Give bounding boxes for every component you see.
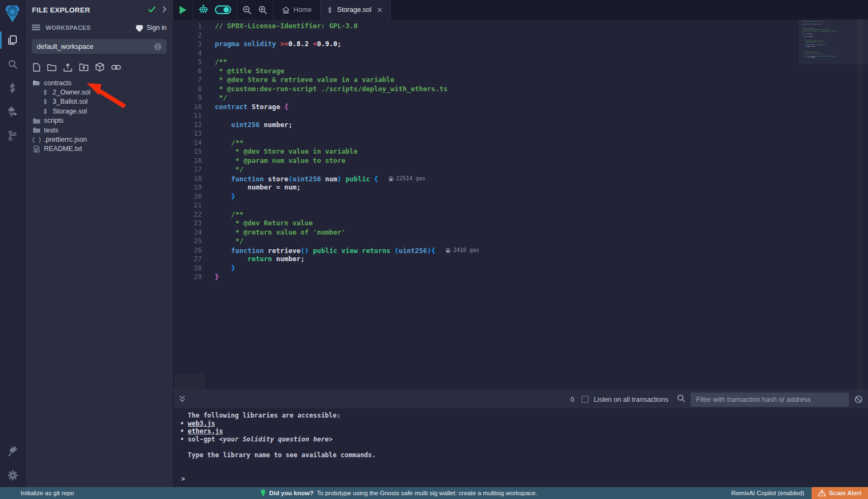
tree-item-readme-txt[interactable]: README.txt bbox=[25, 144, 173, 154]
search-icon[interactable] bbox=[0, 52, 25, 76]
tab-home[interactable]: Home bbox=[273, 0, 321, 20]
tab-close-icon[interactable]: ✕ bbox=[376, 6, 384, 14]
tree-item-storage-sol[interactable]: Storage.sol bbox=[25, 106, 173, 116]
file-explorer-panel: FILE EXPLORER WORKSPACES bbox=[25, 0, 174, 487]
terminal-header: 0 Listen on all transactions bbox=[174, 390, 868, 408]
code-line-8: * @custom:dev-run-script ./scripts/deplo… bbox=[800, 30, 839, 32]
new-file-icon[interactable] bbox=[33, 63, 40, 72]
publish-ipfs-icon[interactable] bbox=[95, 62, 104, 72]
upload-file-icon[interactable] bbox=[63, 63, 72, 72]
home-icon bbox=[282, 7, 290, 14]
minimap[interactable]: // SPDX-License-Identifier: GPL-3.0pragm… bbox=[800, 21, 839, 325]
gas-icon bbox=[446, 248, 451, 253]
code-line-8: 8 * @custom:dev-run-script ./scripts/dep… bbox=[174, 85, 868, 94]
code-line-14: 14 /** bbox=[174, 138, 868, 148]
code-line-3: 3pragma solidity >=0.8.2 <0.9.0; bbox=[174, 40, 868, 49]
copilot-toggle[interactable] bbox=[215, 5, 231, 14]
folder-icon bbox=[33, 118, 40, 124]
git-icon[interactable] bbox=[0, 124, 25, 148]
file-explorer-icon[interactable] bbox=[0, 28, 25, 52]
code-line-2: 2 bbox=[174, 31, 868, 40]
workspace-ok-check-icon bbox=[148, 5, 156, 15]
solidity-compiler-icon[interactable] bbox=[0, 76, 25, 100]
did-you-know-tip: Did you know? To prototype using the Gno… bbox=[260, 489, 537, 497]
editor-scrollbar[interactable] bbox=[857, 20, 864, 390]
terminal-line: •web3.js bbox=[180, 420, 868, 428]
tip-title: Did you know? bbox=[269, 490, 314, 496]
braces-icon: { } bbox=[33, 137, 40, 143]
terminal-prompt[interactable]: > bbox=[181, 475, 185, 483]
deploy-run-icon[interactable] bbox=[0, 100, 25, 124]
transaction-count-badge: 0 bbox=[570, 396, 574, 403]
tree-item--prettierrc-json[interactable]: { }.prettierrc.json bbox=[25, 135, 173, 144]
terminal-clear-icon[interactable] bbox=[854, 395, 863, 403]
ai-copilot-robot-icon[interactable] bbox=[199, 5, 208, 15]
code-line-20: 20 } bbox=[174, 192, 868, 201]
file-tree: contracts2_Owner.sol3_Ballot.solStorage.… bbox=[25, 78, 173, 154]
settings-gear-icon[interactable] bbox=[0, 463, 25, 487]
code-line-25: 25 */ bbox=[174, 237, 868, 246]
code-line-24: 24 * @return value of 'number' bbox=[174, 228, 868, 237]
folder-open-icon bbox=[33, 80, 40, 86]
code-line-27: 27 return number; bbox=[174, 255, 868, 264]
remix-logo-icon[interactable] bbox=[0, 0, 25, 28]
code-line-6: 6 * @title Storage bbox=[174, 67, 868, 76]
sign-in-button[interactable]: Sign in bbox=[135, 24, 167, 31]
tree-item-tests[interactable]: tests bbox=[25, 125, 173, 135]
code-line-7: 7 * @dev Store & retrieve value in a var… bbox=[174, 75, 868, 85]
transaction-filter-input[interactable] bbox=[691, 393, 849, 407]
gas-estimate: 2410 gas bbox=[446, 246, 479, 255]
listen-all-transactions-checkbox[interactable] bbox=[582, 396, 589, 403]
select-arrows-icon bbox=[154, 43, 162, 50]
tab-storage-sol[interactable]: Storage.sol ✕ bbox=[321, 0, 391, 20]
terminal-link-web3-js[interactable]: web3.js bbox=[188, 420, 215, 428]
new-folder-icon[interactable] bbox=[47, 64, 56, 71]
workspaces-menu-icon[interactable] bbox=[32, 23, 40, 33]
terminal-line: Type the library name to see available c… bbox=[180, 451, 868, 459]
upload-folder-icon[interactable] bbox=[79, 63, 88, 71]
copilot-status[interactable]: RemixAI Copilot (enabled) bbox=[724, 490, 812, 496]
solidity-icon bbox=[42, 108, 49, 115]
warning-triangle-icon bbox=[818, 490, 826, 496]
code-line-19: 19 number = num; bbox=[174, 183, 868, 192]
code-line-11: 11 bbox=[174, 111, 868, 121]
tree-item-scripts[interactable]: scripts bbox=[25, 116, 173, 125]
zoom-out-icon[interactable] bbox=[242, 5, 252, 15]
workspaces-label: WORKSPACES bbox=[46, 24, 130, 31]
code-line-21: 21 bbox=[174, 201, 868, 210]
zoom-in-icon[interactable] bbox=[258, 5, 267, 15]
code-line-4: 4 bbox=[174, 49, 868, 58]
tree-item-2-owner-sol[interactable]: 2_Owner.sol bbox=[25, 87, 173, 97]
code-line-12: 12 uint256 number; bbox=[174, 121, 868, 130]
solidity-icon bbox=[42, 98, 49, 105]
workspace-select[interactable]: default_workspace bbox=[32, 39, 167, 54]
lightbulb-icon bbox=[260, 489, 266, 497]
file-actions bbox=[25, 54, 173, 77]
file-icon bbox=[33, 146, 40, 153]
code-line-9: 9 */ bbox=[174, 93, 868, 103]
editor-toolbar: Home Storage.sol ✕ bbox=[174, 0, 868, 20]
code-editor[interactable]: 1// SPDX-License-Identifier: GPL-3.023pr… bbox=[174, 20, 868, 390]
init-git-repo-button[interactable]: Initialize as git repo bbox=[0, 490, 74, 496]
code-line-29: } bbox=[800, 60, 839, 61]
code-line-17: 17 */ bbox=[174, 165, 868, 174]
terminal-collapse-icon[interactable] bbox=[179, 395, 186, 405]
code-line-28: 28 } bbox=[174, 264, 868, 273]
tree-item-3-ballot-sol[interactable]: 3_Ballot.sol bbox=[25, 97, 173, 106]
terminal-search-icon[interactable] bbox=[677, 394, 685, 405]
workspace-name: default_workspace bbox=[37, 43, 154, 50]
plugin-manager-icon[interactable] bbox=[0, 439, 25, 463]
terminal-line: •sol-gpt <your Solidity question here> bbox=[180, 435, 868, 444]
tab-label: Storage.sol bbox=[337, 6, 371, 14]
panel-expand-chevron-icon[interactable] bbox=[162, 5, 167, 15]
code-line-18: 18 function store(uint256 num) public {2… bbox=[174, 174, 868, 184]
terminal-line: •ethers.js bbox=[180, 427, 868, 435]
run-script-play-icon[interactable] bbox=[179, 5, 187, 15]
terminal[interactable]: The following libraries are accessible:•… bbox=[174, 408, 868, 487]
folder-icon bbox=[33, 127, 40, 133]
link-icon[interactable] bbox=[111, 64, 121, 71]
terminal-link-ethers-js[interactable]: ethers.js bbox=[188, 427, 223, 435]
listen-all-transactions-label: Listen on all transactions bbox=[593, 396, 668, 403]
tree-item-contracts[interactable]: contracts bbox=[25, 78, 173, 87]
scam-alert-button[interactable]: Scam Alert bbox=[812, 487, 868, 499]
